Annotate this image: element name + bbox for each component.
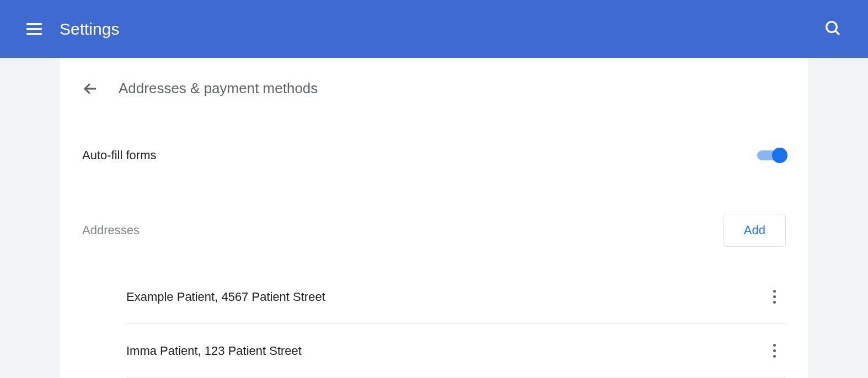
address-row[interactable]: Imma Patient, 123 Patient Street [126, 324, 786, 378]
app-header: Settings [0, 0, 868, 58]
addresses-section-header: Addresses Add [82, 214, 786, 247]
more-icon[interactable] [769, 339, 780, 362]
address-text: Imma Patient, 123 Patient Street [126, 344, 302, 358]
autofill-setting-row: Auto-fill forms [82, 147, 786, 164]
svg-point-0 [827, 21, 837, 32]
address-text: Example Patient, 4567 Patient Street [126, 290, 325, 304]
page-title: Addresses & payment methods [119, 80, 318, 97]
card-header: Addresses & payment methods [82, 80, 786, 97]
addresses-section-title: Addresses [82, 223, 140, 237]
autofill-toggle[interactable] [757, 147, 786, 164]
header-left: Settings [26, 20, 119, 39]
header-title: Settings [60, 20, 119, 39]
search-icon[interactable] [824, 19, 842, 39]
address-row[interactable]: Example Patient, 4567 Patient Street [126, 270, 786, 324]
add-address-button[interactable]: Add [724, 214, 786, 247]
back-icon[interactable] [82, 80, 99, 97]
settings-card: Addresses & payment methods Auto-fill fo… [60, 58, 808, 378]
address-list: Example Patient, 4567 Patient Street Imm… [82, 270, 786, 378]
autofill-label: Auto-fill forms [82, 148, 156, 163]
more-icon[interactable] [769, 285, 780, 308]
menu-icon[interactable] [26, 20, 44, 38]
svg-line-1 [835, 30, 839, 34]
